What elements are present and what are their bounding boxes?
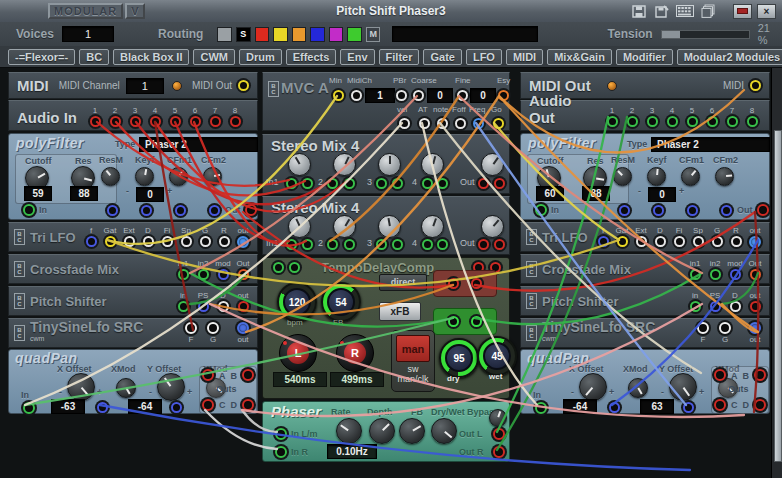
save-as-icon[interactable] bbox=[653, 4, 671, 19]
filter-out-jack[interactable] bbox=[245, 204, 257, 216]
key-offset-value[interactable]: 0 bbox=[648, 187, 676, 202]
pitch-port-jack[interactable] bbox=[730, 301, 741, 312]
tempo-red-jack[interactable] bbox=[448, 278, 459, 289]
pitch-shifter-module-right[interactable]: BC Pitch Shifter in PS D out bbox=[520, 286, 770, 316]
filter-type-dropdown[interactable]: Phaser 2 bbox=[139, 137, 258, 152]
midi-in-module[interactable]: MIDI MIDI Channel 1 MIDI Out bbox=[8, 72, 258, 99]
phaser-out-l-jack[interactable] bbox=[493, 428, 505, 440]
mod-jack[interactable] bbox=[175, 205, 186, 216]
res-value[interactable]: 88 bbox=[70, 186, 98, 201]
quadpan-in-jack[interactable] bbox=[535, 402, 547, 414]
mvca-at-jack[interactable] bbox=[419, 118, 430, 129]
audio-out-jack[interactable] bbox=[667, 116, 678, 127]
layers-icon[interactable] bbox=[699, 4, 717, 19]
routing-swatch-magenta[interactable] bbox=[329, 27, 344, 42]
mvca-coarse-jack[interactable] bbox=[413, 90, 424, 101]
mix-in-jack[interactable] bbox=[376, 239, 387, 250]
lfo-port-jack[interactable] bbox=[162, 236, 173, 247]
mix-out-knob[interactable] bbox=[481, 153, 504, 176]
routing-swatch-blue[interactable] bbox=[310, 27, 325, 42]
audio-in-jack[interactable] bbox=[210, 116, 221, 127]
pitch-out-jack[interactable] bbox=[750, 301, 761, 312]
lfo-port-jack[interactable] bbox=[219, 236, 230, 247]
y-offset-value[interactable]: 63 bbox=[640, 399, 674, 414]
mix-level-knob[interactable] bbox=[333, 153, 356, 176]
crossfade-out-jack[interactable] bbox=[238, 269, 249, 280]
tri-lfo-module-left[interactable]: BC Tri LFO f Gat Ext D Fi Sp G R out bbox=[8, 222, 258, 252]
midi-out-jack[interactable] bbox=[238, 80, 249, 91]
mvca-vel-jack[interactable] bbox=[399, 118, 410, 129]
toolbar-effects[interactable]: Effects bbox=[286, 49, 337, 65]
man-button[interactable]: man bbox=[396, 335, 430, 362]
toolbar-lfo[interactable]: LFO bbox=[466, 49, 502, 65]
mix-in-jack[interactable] bbox=[437, 178, 448, 189]
titlebar[interactable]: MODULAR V Pitch Shift Phaser3 × bbox=[0, 0, 782, 23]
bypass-knob[interactable] bbox=[489, 409, 507, 427]
delay-left-knob[interactable]: L bbox=[279, 334, 317, 372]
mvca-freq-jack[interactable] bbox=[473, 118, 484, 129]
mod-jack[interactable] bbox=[619, 205, 630, 216]
stereo-mix-module-2[interactable]: Stereo Mix 4 In1 2 3 4 Out bbox=[262, 196, 510, 255]
pitch-port-jack[interactable] bbox=[178, 301, 189, 312]
mod-jack[interactable] bbox=[107, 205, 118, 216]
audio-out-jack[interactable] bbox=[687, 116, 698, 127]
keyf-knob[interactable] bbox=[647, 167, 666, 186]
mix-level-knob[interactable] bbox=[421, 153, 444, 176]
mod-jack[interactable] bbox=[653, 205, 664, 216]
quadpan-out-c-jack[interactable] bbox=[202, 399, 214, 411]
key-offset-value[interactable]: 0 bbox=[136, 187, 164, 202]
x-offset-value[interactable]: -64 bbox=[563, 399, 597, 414]
crossfade-module-right[interactable]: BC Crossfade Mix in1 in2 mod Out bbox=[520, 254, 770, 284]
quadpan-mod-jack[interactable] bbox=[609, 402, 620, 413]
x-offset-value[interactable]: -63 bbox=[51, 399, 85, 414]
routing-swatch-green[interactable] bbox=[347, 27, 362, 42]
xmod-knob[interactable] bbox=[116, 378, 136, 398]
keyboard-icon[interactable] bbox=[676, 4, 694, 19]
pitch-port-jack[interactable] bbox=[690, 301, 701, 312]
mix-out-jack[interactable] bbox=[478, 178, 489, 189]
lfo-port-jack[interactable] bbox=[674, 236, 685, 247]
mix-in-jack[interactable] bbox=[422, 178, 433, 189]
pitch-out-jack[interactable] bbox=[238, 301, 249, 312]
toolbar-env[interactable]: Env bbox=[340, 49, 374, 65]
mix-out-jack[interactable] bbox=[494, 239, 505, 250]
mvca-fine-jack[interactable] bbox=[457, 90, 468, 101]
crossfade-port-jack[interactable] bbox=[198, 269, 209, 280]
tinysine-port-jack[interactable] bbox=[207, 322, 219, 334]
audio-in-jack[interactable] bbox=[130, 116, 141, 127]
tinysine-port-jack[interactable] bbox=[697, 322, 709, 334]
quadpan-mod-jack[interactable] bbox=[97, 402, 108, 413]
lfo-port-jack[interactable] bbox=[124, 236, 135, 247]
close-button[interactable]: × bbox=[757, 4, 776, 19]
toolbar-cwm[interactable]: CWM bbox=[193, 49, 235, 65]
mix-level-knob[interactable] bbox=[421, 215, 444, 238]
mvca-min-jack[interactable] bbox=[333, 90, 344, 101]
lfo-port-jack[interactable] bbox=[200, 236, 211, 247]
crossfade-port-jack[interactable] bbox=[710, 269, 721, 280]
voices-field[interactable]: 1 bbox=[62, 26, 114, 42]
fb-knob[interactable]: 54 bbox=[321, 282, 361, 322]
tri-lfo-module-right[interactable]: BC Tri LFO f Gat Ext D Fi Sp G R out bbox=[520, 222, 770, 252]
lfo-port-jack[interactable] bbox=[617, 236, 628, 247]
tinysine-port-jack[interactable] bbox=[719, 322, 731, 334]
audio-out-jack[interactable] bbox=[707, 116, 718, 127]
tempo-green-jack[interactable] bbox=[448, 316, 459, 327]
xfb-button[interactable]: xFB bbox=[379, 302, 421, 321]
pitch-port-jack[interactable] bbox=[710, 301, 721, 312]
mvca-esy-jack[interactable] bbox=[498, 90, 509, 101]
crossfade-port-jack[interactable] bbox=[690, 269, 701, 280]
cfm1-knob[interactable] bbox=[169, 167, 188, 186]
audio-out-jack[interactable] bbox=[647, 116, 658, 127]
save-icon[interactable] bbox=[630, 4, 648, 19]
rate-knob[interactable] bbox=[336, 418, 362, 444]
mix-out-jack[interactable] bbox=[494, 178, 505, 189]
audio-out-jack[interactable] bbox=[607, 116, 618, 127]
crossfade-out-jack[interactable] bbox=[750, 269, 761, 280]
crossfade-port-jack[interactable] bbox=[218, 269, 229, 280]
solo-button[interactable]: S bbox=[236, 27, 251, 42]
lfo-out-jack[interactable] bbox=[749, 236, 761, 248]
toolbar-modifier[interactable]: Modifier bbox=[616, 49, 673, 65]
toolbar-mixgain[interactable]: Mix&Gain bbox=[547, 49, 612, 65]
tinysine-port-jack[interactable] bbox=[185, 322, 197, 334]
quadpan-mod-jack[interactable] bbox=[171, 402, 182, 413]
